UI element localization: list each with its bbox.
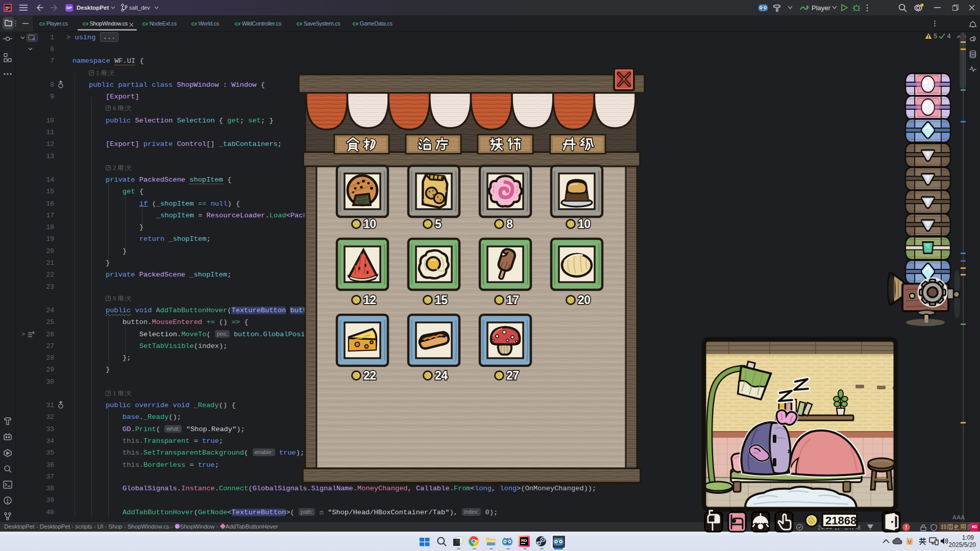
svg-text:12: 12 bbox=[363, 293, 376, 307]
svg-text:17: 17 bbox=[506, 293, 519, 307]
svg-text:15: 15 bbox=[435, 293, 448, 307]
svg-text:RD: RD bbox=[5, 6, 10, 9]
svg-text:5: 5 bbox=[435, 217, 442, 231]
svg-text:24: 24 bbox=[435, 369, 448, 382]
svg-text:27: 27 bbox=[506, 369, 519, 382]
svg-text:8: 8 bbox=[506, 217, 513, 231]
svg-text:RD: RD bbox=[521, 538, 527, 543]
svg-text:10: 10 bbox=[578, 217, 591, 231]
svg-text:21868: 21868 bbox=[825, 514, 856, 527]
svg-text:22: 22 bbox=[363, 369, 376, 382]
svg-text:C: C bbox=[176, 524, 179, 529]
svg-text:20: 20 bbox=[578, 293, 591, 307]
svg-text:10: 10 bbox=[363, 217, 376, 231]
